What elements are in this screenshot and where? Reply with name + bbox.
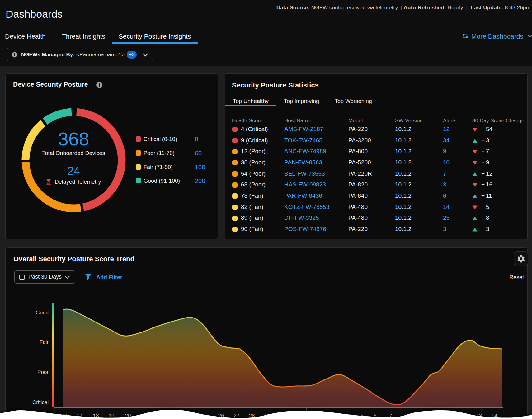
svg-text:More Dashboards: More Dashboards [471,33,523,40]
svg-text:7: 7 [389,413,392,419]
svg-text:17: 17 [77,413,82,419]
svg-text:28: 28 [249,413,255,419]
svg-text:19: 19 [109,413,115,419]
svg-text:16: 16 [63,413,69,419]
svg-text:9: 9 [420,413,422,419]
svg-text:20: 20 [125,413,131,419]
svg-text:Good: Good [35,310,49,316]
svg-text:8: 8 [404,413,407,419]
svg-text:30: 30 [279,413,285,419]
svg-text:1: 1 [308,413,311,419]
svg-text:4: 4 [348,413,351,419]
svg-text:23: 23 [172,413,177,419]
svg-text:5: 5 [360,413,363,419]
svg-text:Poor: Poor [37,369,49,375]
svg-text:18: 18 [93,413,99,419]
svg-text:14: 14 [492,413,497,419]
svg-text:2: 2 [322,413,325,419]
svg-text:6: 6 [374,413,376,419]
svg-text:3: 3 [336,413,338,419]
svg-text:10: 10 [434,413,440,419]
svg-text:22: 22 [156,413,162,419]
svg-text:29: 29 [265,413,271,419]
svg-text:31: 31 [293,413,299,419]
svg-text:21: 21 [140,413,146,419]
svg-text:13: 13 [476,413,482,419]
svg-text:Fair: Fair [40,339,49,345]
svg-text:26: 26 [218,413,224,419]
svg-text:24: 24 [187,413,193,419]
svg-text:12: 12 [464,413,470,419]
svg-text:25: 25 [203,413,209,419]
svg-text:11: 11 [449,413,455,419]
svg-text:27: 27 [234,413,240,419]
svg-text:Critical: Critical [32,399,49,405]
